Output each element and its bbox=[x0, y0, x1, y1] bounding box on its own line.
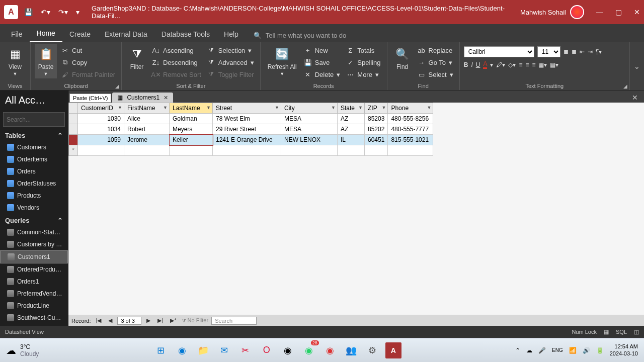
tab-external-data[interactable]: External Data bbox=[98, 26, 154, 42]
ascending-button[interactable]: A↓Ascending bbox=[150, 45, 203, 55]
cell[interactable] bbox=[365, 145, 388, 156]
close-icon[interactable]: ✕ bbox=[634, 8, 640, 16]
cell[interactable]: MESA bbox=[281, 114, 338, 124]
undo-icon[interactable]: ↶▾ bbox=[41, 8, 50, 16]
cell[interactable]: 85203 bbox=[365, 114, 388, 124]
table-row[interactable]: 1034RobertMeyers29 River StreetMESAAZ852… bbox=[69, 124, 433, 135]
qat-customize-icon[interactable]: ▾ bbox=[76, 8, 79, 16]
first-record-button[interactable]: |◀ bbox=[94, 317, 104, 324]
increase-indent-icon[interactable]: ⇥ bbox=[588, 48, 593, 55]
navpane-query-item[interactable]: OrderedProdu… bbox=[0, 263, 68, 276]
column-header[interactable]: ZIP▼ bbox=[365, 103, 388, 114]
font-size-select[interactable]: 11 bbox=[537, 46, 560, 57]
navpane-query-item[interactable]: ProductLine bbox=[0, 300, 68, 312]
cell[interactable]: Jerome bbox=[124, 135, 170, 145]
text-direction-icon[interactable]: ¶▾ bbox=[596, 48, 602, 55]
align-center-icon[interactable]: ≡ bbox=[525, 61, 529, 68]
column-dropdown-icon[interactable]: ▼ bbox=[427, 105, 431, 110]
column-dropdown-icon[interactable]: ▼ bbox=[163, 105, 168, 110]
tab-home[interactable]: Home bbox=[30, 25, 62, 42]
table-row[interactable]: 1059JeromeKeller1241 E Orange DriveNEW L… bbox=[69, 135, 433, 145]
section-tables[interactable]: Tables⌃ bbox=[0, 129, 68, 141]
column-header[interactable]: City▼ bbox=[281, 103, 338, 114]
design-view-icon[interactable]: ◫ bbox=[634, 329, 639, 335]
user-account[interactable]: Mahwish Sohail bbox=[520, 5, 584, 19]
navpane-query-item[interactable]: Orders1 bbox=[0, 276, 68, 288]
spelling-button[interactable]: ✓Spelling bbox=[344, 57, 382, 67]
column-dropdown-icon[interactable]: ▼ bbox=[358, 105, 363, 110]
new-record-row[interactable]: * bbox=[69, 145, 433, 156]
cell[interactable]: NEW LENOX bbox=[281, 135, 338, 145]
cell[interactable] bbox=[170, 145, 213, 156]
document-tab[interactable]: ▦ Customers1 ✕ bbox=[112, 93, 173, 103]
clock[interactable]: 12:54 AM 2024-03-10 bbox=[610, 343, 638, 356]
select-button[interactable]: ▭Select ▾ bbox=[416, 69, 455, 79]
cell[interactable] bbox=[213, 145, 281, 156]
tab-database-tools[interactable]: Database Tools bbox=[154, 26, 217, 42]
cell[interactable]: 29 River Street bbox=[213, 124, 281, 135]
access-taskbar-icon[interactable]: A bbox=[385, 342, 401, 358]
record-position[interactable]: 3 of 3 bbox=[117, 317, 141, 325]
section-queries[interactable]: Queries⌃ bbox=[0, 214, 68, 226]
cell[interactable]: Keller bbox=[170, 135, 213, 145]
highlight-button[interactable]: 🖍▾ bbox=[496, 61, 505, 68]
decrease-indent-icon[interactable]: ⇤ bbox=[580, 48, 585, 55]
find-button[interactable]: 🔍 Find bbox=[391, 44, 414, 72]
minimize-icon[interactable]: — bbox=[596, 8, 603, 16]
whatsapp-icon[interactable]: ◉28 bbox=[301, 342, 317, 358]
cell[interactable] bbox=[78, 145, 124, 156]
cell[interactable]: Robert bbox=[124, 124, 170, 135]
volume-icon[interactable]: 🔊 bbox=[583, 347, 590, 354]
navpane-query-item[interactable]: Customers1 bbox=[0, 250, 68, 263]
chrome-icon[interactable]: ◉ bbox=[280, 342, 296, 358]
save-icon[interactable]: 💾 bbox=[24, 8, 33, 16]
gridlines-button[interactable]: ▦▾ bbox=[538, 61, 547, 68]
view-button[interactable]: ▦ View ▼ bbox=[4, 44, 26, 78]
row-selector[interactable] bbox=[69, 114, 78, 124]
cut-button[interactable]: ✂Cut bbox=[59, 45, 117, 55]
navpane-table-item[interactable]: Vendors bbox=[0, 202, 68, 214]
navpane-table-item[interactable]: OrderItems bbox=[0, 153, 68, 165]
cell[interactable] bbox=[338, 145, 365, 156]
sql-view-button[interactable]: SQL bbox=[616, 329, 627, 335]
advanced-button[interactable]: ⧩Advanced ▾ bbox=[205, 57, 256, 67]
alt-row-color-button[interactable]: ▦▾ bbox=[550, 61, 558, 68]
teams-icon[interactable]: 👥 bbox=[343, 342, 359, 358]
row-selector[interactable] bbox=[69, 124, 78, 135]
table-row[interactable]: 1030AliceGoldman78 West ElmMESAAZ8520348… bbox=[69, 114, 433, 124]
cell[interactable]: Meyers bbox=[170, 124, 213, 135]
tab-file[interactable]: File bbox=[4, 26, 30, 42]
file-explorer-icon[interactable]: 📁 bbox=[195, 342, 211, 358]
close-all-docs-icon[interactable]: ✕ bbox=[629, 93, 641, 103]
tab-create[interactable]: Create bbox=[62, 26, 98, 42]
cell[interactable]: AZ bbox=[338, 114, 365, 124]
cell[interactable]: 85202 bbox=[365, 124, 388, 135]
cell[interactable]: 480-555-7777 bbox=[388, 124, 433, 135]
redo-icon[interactable]: ↷▾ bbox=[58, 8, 68, 16]
tell-me-search[interactable]: 🔍 Tell me what you want to do bbox=[254, 32, 346, 42]
outlook-icon[interactable]: ✉ bbox=[216, 342, 232, 358]
new-record-button[interactable]: ▶* bbox=[168, 317, 178, 324]
cell[interactable] bbox=[124, 145, 170, 156]
column-header[interactable]: LastName▼ bbox=[170, 103, 213, 114]
totals-button[interactable]: ΣTotals bbox=[344, 45, 382, 55]
edge-icon[interactable]: ◉ bbox=[174, 342, 190, 358]
navpane-table-item[interactable]: OrderStatuses bbox=[0, 177, 68, 190]
align-left-icon[interactable]: ≡ bbox=[519, 61, 522, 68]
tray-chevron-icon[interactable]: ⌃ bbox=[515, 347, 520, 354]
cell[interactable]: 1241 E Orange Drive bbox=[213, 135, 281, 145]
start-button[interactable]: ⊞ bbox=[153, 342, 169, 358]
settings-icon[interactable]: ⚙ bbox=[364, 342, 380, 358]
column-dropdown-icon[interactable]: ▼ bbox=[275, 105, 279, 110]
navpane-table-item[interactable]: Customers bbox=[0, 141, 68, 153]
goto-button[interactable]: →Go To ▾ bbox=[416, 57, 455, 67]
cell[interactable]: 60451 bbox=[365, 135, 388, 145]
column-dropdown-icon[interactable]: ▼ bbox=[118, 105, 122, 110]
cell[interactable]: IL bbox=[338, 135, 365, 145]
numbering-icon[interactable]: ≣ bbox=[572, 48, 577, 55]
cell[interactable]: AZ bbox=[338, 124, 365, 135]
font-color-button[interactable]: A bbox=[483, 60, 487, 69]
navpane-title[interactable]: All Acc… bbox=[0, 90, 68, 110]
language-indicator[interactable]: ENG bbox=[552, 347, 563, 353]
italic-button[interactable]: I bbox=[471, 61, 472, 68]
